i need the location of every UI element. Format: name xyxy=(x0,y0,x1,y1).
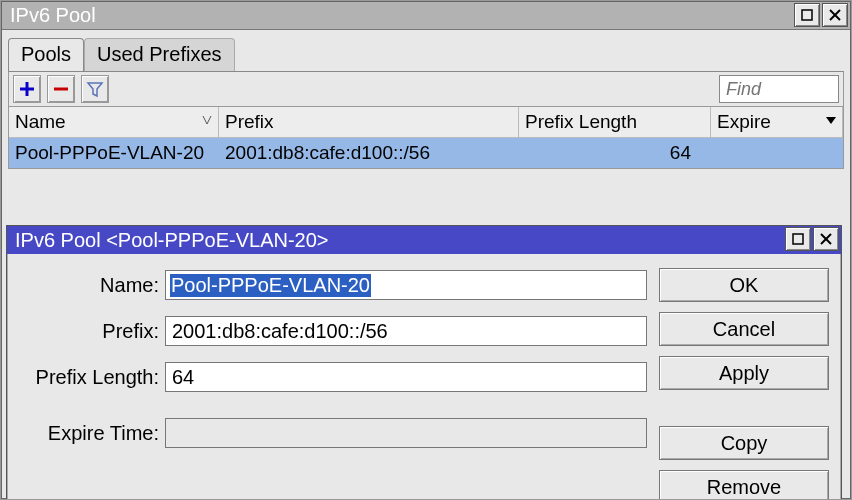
expire-time-label: Expire Time: xyxy=(19,422,159,445)
prefix-length-label: Prefix Length: xyxy=(19,366,159,389)
prefix-field[interactable] xyxy=(165,316,647,346)
cell-expire xyxy=(711,138,843,168)
sort-indicator-icon xyxy=(202,115,212,125)
cell-prefix-length: 64 xyxy=(519,138,711,168)
copy-button[interactable]: Copy xyxy=(659,426,829,460)
caret-down-icon xyxy=(824,113,838,127)
ipv6-pool-window: IPv6 Pool Pools Used Prefixes xyxy=(1,1,851,499)
col-header-expire-label: Expire xyxy=(717,111,771,132)
pool-detail-window: IPv6 Pool <Pool-PPPoE-VLAN-20> Name: Poo… xyxy=(6,225,842,500)
window-titlebar: IPv6 Pool xyxy=(2,2,850,30)
filter-button[interactable] xyxy=(81,75,109,103)
restore-icon xyxy=(800,8,814,22)
add-button[interactable] xyxy=(13,75,41,103)
window-title: IPv6 Pool xyxy=(10,4,96,27)
close-icon xyxy=(819,232,833,246)
remove-detail-button[interactable]: Remove xyxy=(659,470,829,500)
ok-button[interactable]: OK xyxy=(659,268,829,302)
detail-titlebar: IPv6 Pool <Pool-PPPoE-VLAN-20> xyxy=(7,226,841,254)
table-header: Name Prefix Prefix Length Expire xyxy=(9,107,843,138)
toolbar xyxy=(8,71,844,107)
name-label: Name: xyxy=(19,274,159,297)
detail-minimize-button[interactable] xyxy=(785,227,811,251)
close-window-button[interactable] xyxy=(822,3,848,27)
table-row[interactable]: Pool-PPPoE-VLAN-20 2001:db8:cafe:d100::/… xyxy=(9,138,843,168)
minimize-window-button[interactable] xyxy=(794,3,820,27)
col-header-name[interactable]: Name xyxy=(9,107,219,137)
svg-rect-8 xyxy=(793,234,803,244)
apply-button[interactable]: Apply xyxy=(659,356,829,390)
col-header-prefix[interactable]: Prefix xyxy=(219,107,519,137)
col-header-expire[interactable]: Expire xyxy=(711,107,843,137)
tab-pools[interactable]: Pools xyxy=(8,38,84,72)
plus-icon xyxy=(18,80,36,98)
detail-form: Name: Pool-PPPoE-VLAN-20 Prefix: Prefix … xyxy=(19,266,647,500)
restore-icon xyxy=(791,232,805,246)
detail-close-button[interactable] xyxy=(813,227,839,251)
svg-marker-7 xyxy=(826,117,836,124)
prefix-length-field[interactable] xyxy=(165,362,647,392)
detail-title: IPv6 Pool <Pool-PPPoE-VLAN-20> xyxy=(15,229,329,252)
tab-used-prefixes[interactable]: Used Prefixes xyxy=(84,38,235,72)
svg-marker-6 xyxy=(88,83,102,96)
detail-action-buttons: OK Cancel Apply Copy Remove xyxy=(659,266,829,500)
funnel-icon xyxy=(86,80,104,98)
find-input[interactable] xyxy=(719,75,839,103)
name-field[interactable]: Pool-PPPoE-VLAN-20 xyxy=(165,270,647,300)
pool-table: Name Prefix Prefix Length Expire Pool-PP… xyxy=(8,107,844,169)
minus-icon xyxy=(52,80,70,98)
cell-prefix: 2001:db8:cafe:d100::/56 xyxy=(219,138,519,168)
col-header-prefix-length[interactable]: Prefix Length xyxy=(519,107,711,137)
tabs: Pools Used Prefixes xyxy=(8,38,844,71)
close-icon xyxy=(828,8,842,22)
remove-button[interactable] xyxy=(47,75,75,103)
expire-time-field[interactable] xyxy=(165,418,647,448)
col-header-name-label: Name xyxy=(15,111,66,132)
cell-name: Pool-PPPoE-VLAN-20 xyxy=(9,138,219,168)
prefix-label: Prefix: xyxy=(19,320,159,343)
cancel-button[interactable]: Cancel xyxy=(659,312,829,346)
svg-rect-0 xyxy=(802,10,812,20)
